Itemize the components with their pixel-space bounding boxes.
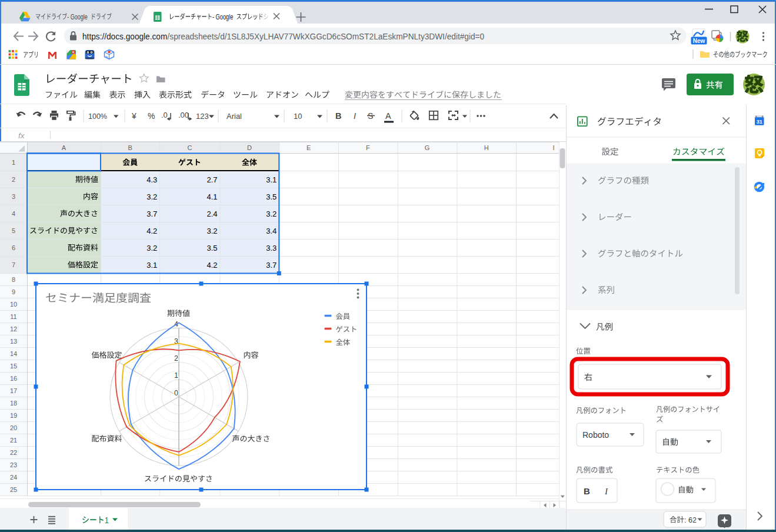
svg-text:3.7: 3.7 [146,210,157,218]
svg-text:4.3: 4.3 [146,175,157,184]
svg-text:3.2: 3.2 [146,192,157,201]
svg-text:3.1: 3.1 [146,261,157,270]
svg-text:C: C [187,144,192,151]
svg-text:3.5: 3.5 [207,244,217,252]
svg-text:10: 10 [10,301,17,308]
svg-text:2.7: 2.7 [207,175,217,184]
svg-text:21: 21 [10,437,17,444]
svg-text:3.2: 3.2 [207,227,217,235]
svg-text:18: 18 [10,400,17,407]
svg-text:D: D [247,144,252,151]
svg-text:3.1: 3.1 [266,175,277,184]
svg-text:F: F [366,144,370,151]
svg-text:¥: ¥ [131,111,136,121]
svg-text:B: B [584,486,590,496]
svg-text:31: 31 [757,119,762,125]
svg-text:B: B [128,144,132,151]
svg-text:25: 25 [10,486,17,493]
svg-text:12: 12 [10,325,17,332]
svg-text:G: G [425,144,430,151]
svg-text:Arial: Arial [227,112,242,121]
svg-text:E: E [307,144,311,151]
svg-text:0: 0 [174,389,178,397]
svg-text:13: 13 [10,338,17,345]
svg-text:B: B [335,111,341,121]
svg-text:: 62: : 62 [684,516,697,524]
svg-text:3.2: 3.2 [146,244,157,252]
svg-text:17: 17 [10,387,17,394]
svg-text:- Google: - Google [212,12,233,20]
svg-text:%: % [148,111,155,121]
svg-text:4.2: 4.2 [207,261,217,270]
svg-text:7: 7 [12,261,15,268]
svg-text:5: 5 [12,227,15,234]
svg-text:3.3: 3.3 [266,244,277,252]
svg-text:A: A [385,111,391,121]
svg-text:.00: .00 [178,111,189,119]
svg-text:2: 2 [12,176,15,183]
svg-text:8: 8 [12,276,15,283]
svg-text:- Google: - Google [67,12,88,21]
svg-text:20: 20 [10,424,17,431]
svg-text:1: 1 [174,371,178,380]
svg-text:123: 123 [196,112,209,121]
svg-text:New: New [693,38,705,44]
svg-text:11: 11 [10,313,16,320]
svg-text:100%: 100% [88,112,107,121]
svg-text:22: 22 [10,449,17,456]
svg-text:3.4: 3.4 [266,227,277,235]
svg-text:4.2: 4.2 [146,227,157,235]
svg-text:9: 9 [12,288,15,295]
svg-text:I: I [354,111,356,121]
svg-text:4.1: 4.1 [207,192,217,201]
svg-text:10: 10 [294,112,302,121]
svg-text:https://docs.google.com: https://docs.google.com [82,31,167,41]
svg-text:16: 16 [10,375,17,382]
svg-text:23: 23 [10,461,17,468]
svg-text:3.7: 3.7 [266,261,277,270]
svg-text:1: 1 [105,516,109,525]
svg-text:6: 6 [12,244,15,251]
svg-text:19: 19 [10,412,17,419]
svg-text:fx: fx [18,131,25,140]
svg-text:2: 2 [174,354,178,363]
svg-text:.0: .0 [161,111,168,119]
svg-text:15: 15 [10,363,17,370]
svg-text:A: A [62,144,66,151]
svg-text:4: 4 [12,210,15,217]
svg-text:3: 3 [12,193,15,200]
svg-text:24: 24 [10,474,17,481]
svg-text:Roboto: Roboto [582,430,609,440]
svg-text:3.2: 3.2 [266,210,277,218]
svg-text:I: I [604,487,608,496]
svg-text:/spreadsheets/d/1SL8J5XyLHAV77: /spreadsheets/d/1SL8J5XyLHAV77WkXGGcD6cS… [168,31,485,41]
svg-text:2.4: 2.4 [207,210,217,218]
svg-text:3.5: 3.5 [266,192,277,201]
svg-text:I: I [552,144,554,151]
svg-text:14: 14 [10,350,17,357]
svg-text:1: 1 [12,159,15,166]
svg-text:H: H [484,144,489,151]
